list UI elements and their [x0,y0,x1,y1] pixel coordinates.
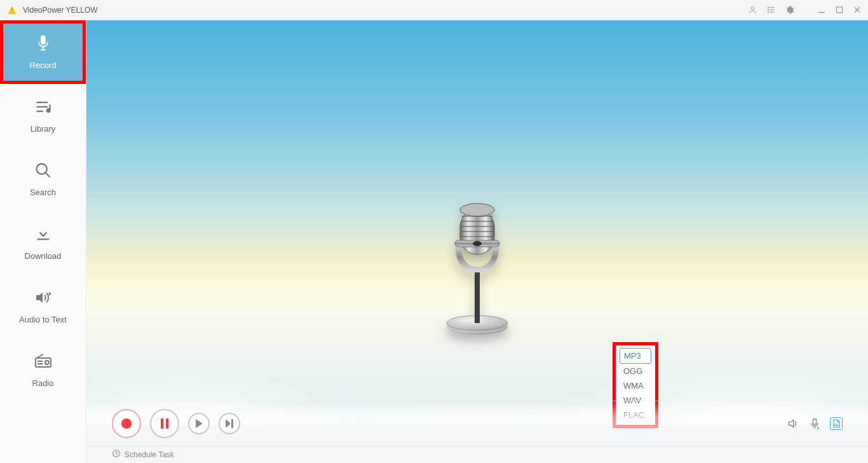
svg-rect-11 [41,36,45,45]
sidebar-item-library[interactable]: Library [0,84,86,148]
microphone-icon [34,34,52,54]
svg-rect-44 [231,419,233,428]
account-icon[interactable] [748,5,757,15]
svg-rect-21 [37,238,49,240]
svg-rect-40 [161,418,163,429]
svg-point-19 [36,164,46,174]
radio-icon [34,352,52,372]
sidebar: Record Library Search Download Audio to [0,20,86,463]
mic-source-icon[interactable] [808,417,821,430]
title-bar-right [748,5,862,15]
sidebar-item-audio-to-text[interactable]: Audio to Text [0,275,86,338]
sidebar-item-radio[interactable]: Radio [0,338,86,402]
close-button[interactable] [853,6,862,15]
sidebar-item-download[interactable]: Download [0,211,86,275]
microphone-illustration [426,186,528,338]
format-icon[interactable] [830,417,843,430]
svg-marker-43 [226,419,231,428]
sidebar-item-record[interactable]: Record [0,20,86,84]
sidebar-item-label: Record [30,60,57,70]
audio-to-text-icon [34,289,52,308]
svg-point-39 [121,418,132,429]
svg-point-3 [768,10,769,10]
list-icon[interactable] [766,5,776,15]
play-button[interactable] [188,413,210,434]
control-bar [86,401,868,445]
format-option-mp3[interactable]: MP3 [620,348,651,364]
app-logo-icon [6,4,18,16]
sidebar-item-search[interactable]: Search [0,148,86,211]
sidebar-item-label: Library [31,124,56,134]
next-button[interactable] [219,413,240,434]
format-option-wma[interactable]: WMA [620,378,651,393]
sidebar-item-label: Radio [32,378,54,388]
svg-marker-42 [196,419,203,428]
sidebar-item-label: Search [30,188,56,197]
gear-icon[interactable] [785,5,794,15]
app-title: VideoPower YELLOW [23,6,98,15]
pause-button[interactable] [150,409,179,438]
title-bar: VideoPower YELLOW [0,0,868,20]
main-canvas: MP3 OGG WMA WAV FLAC [86,20,868,463]
sidebar-item-label: Download [25,251,62,261]
clock-icon [112,449,121,460]
svg-point-37 [473,241,482,246]
svg-rect-29 [475,268,480,323]
download-icon [34,225,52,245]
format-option-ogg[interactable]: OGG [620,364,651,378]
library-icon [34,98,52,118]
footer-strip: Schedule Task [86,445,868,463]
maximize-button[interactable] [835,6,844,15]
speaker-icon[interactable] [787,417,799,430]
svg-point-38 [460,204,494,216]
svg-line-20 [45,173,50,177]
record-button[interactable] [112,409,141,438]
svg-rect-8 [837,7,843,13]
svg-rect-45 [813,418,817,424]
svg-point-5 [768,12,769,13]
svg-point-1 [768,7,769,8]
title-bar-left: VideoPower YELLOW [6,4,98,16]
search-icon [34,162,52,181]
svg-rect-41 [166,418,168,429]
svg-point-0 [751,7,754,10]
sidebar-item-label: Audio to Text [19,315,67,324]
schedule-task-link[interactable]: Schedule Task [125,450,174,459]
svg-point-23 [45,361,49,364]
minimize-button[interactable] [817,6,826,15]
